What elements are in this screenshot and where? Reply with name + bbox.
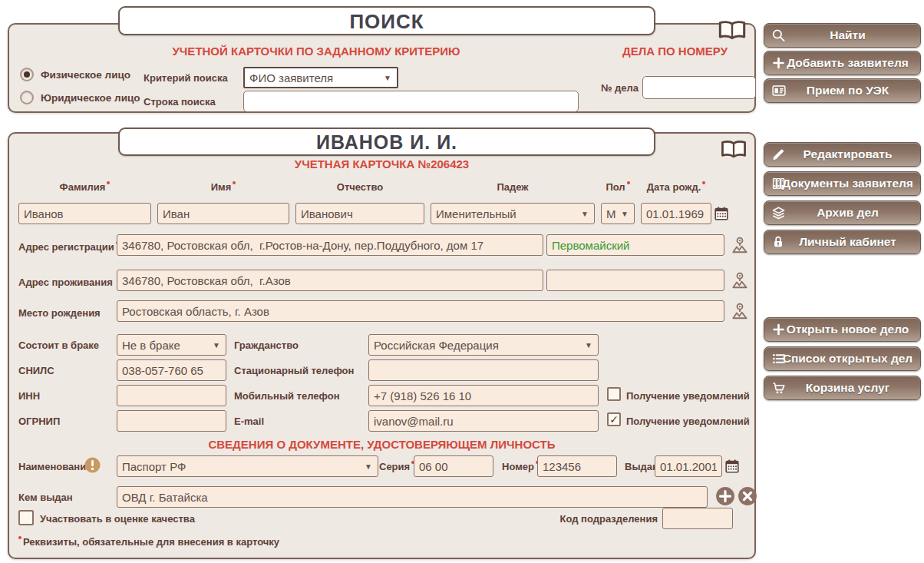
landline-input[interactable] <box>368 359 599 381</box>
card-title-text: ИВАНОВ И. И. <box>316 131 457 153</box>
calendar-icon[interactable] <box>724 458 741 475</box>
plus-icon <box>771 323 786 337</box>
doc-section-heading: СВЕДЕНИЯ О ДОКУМЕНТЕ, УДОСТОВЕРЯЮЩЕМ ЛИЧ… <box>9 438 754 451</box>
criteria-label: Критерий поиска <box>144 72 228 84</box>
snils-input[interactable] <box>117 359 226 381</box>
reg-address-input[interactable] <box>117 234 543 256</box>
birthdate-field <box>641 203 730 224</box>
citizenship-label: Гражданство <box>234 339 299 351</box>
criteria-select-value: ФИО заявителя <box>249 71 333 84</box>
gender-select[interactable]: М <box>601 203 635 224</box>
gram-case-label: Падеж <box>431 181 595 193</box>
search-title-text: ПОИСК <box>349 10 424 33</box>
marital-select[interactable]: Не в браке <box>117 334 226 356</box>
snils-label: СНИЛС <box>18 365 54 376</box>
map-pin-icon[interactable] <box>730 270 750 291</box>
birthdate-input[interactable] <box>641 203 711 224</box>
list-icon <box>771 352 786 366</box>
gender-label: Пол <box>601 181 635 193</box>
radio-legal-label: Юридическое лицо <box>41 92 140 104</box>
doc-issued-input[interactable] <box>655 455 722 477</box>
citizenship-select[interactable]: Российская Федерация <box>368 334 599 356</box>
book-icon[interactable] <box>714 19 750 44</box>
doc-name-select[interactable]: Паспорт РФ <box>117 455 378 477</box>
notify-mobile-checkbox[interactable] <box>607 387 621 401</box>
doc-issuer-input[interactable] <box>117 486 708 508</box>
services-cart-button[interactable]: Корзина услуг <box>764 376 921 400</box>
personal-account-button[interactable]: Личный кабинет <box>764 230 921 254</box>
reg-district-input[interactable] <box>546 234 724 256</box>
required-footnote: Реквизиты, обязательные для внесения в к… <box>18 536 279 548</box>
search-case-heading: ДЕЛА ПО НОМЕРУ <box>600 45 750 58</box>
firstname-input[interactable] <box>157 203 289 224</box>
warning-icon <box>84 456 101 474</box>
query-label: Строка поиска <box>144 96 216 108</box>
notify-mobile-label: Получение уведомлений <box>626 390 750 402</box>
doc-series-input[interactable] <box>414 455 493 477</box>
radio-selected-icon <box>20 68 34 81</box>
email-input[interactable] <box>368 410 599 432</box>
open-new-case-button[interactable]: Открыть новое дело <box>764 317 921 342</box>
page: ПОИСК УЧЕТНОЙ КАРТОЧКИ ПО ЗАДАННОМУ КРИТ… <box>0 0 924 563</box>
map-pin-icon[interactable] <box>730 234 750 256</box>
uec-card-icon <box>771 84 787 98</box>
applicant-documents-button[interactable]: Документы заявителя <box>764 171 921 196</box>
notify-email-checkbox[interactable]: ✓ <box>607 412 621 426</box>
radio-legal-entity[interactable]: Юридическое лицо <box>20 91 140 104</box>
ogrnip-label: ОГРНИП <box>18 416 60 427</box>
applicant-card-panel: ИВАНОВ И. И. УЧЕТНАЯ КАРТОЧКА №206423 Фа… <box>8 132 756 559</box>
birthdate-label: Дата рожд. <box>635 181 718 193</box>
add-document-icon[interactable] <box>715 486 735 506</box>
documents-icon <box>771 177 786 191</box>
edit-button[interactable]: Редактировать <box>764 142 921 167</box>
lock-icon <box>771 235 785 250</box>
map-pin-icon[interactable] <box>730 300 750 322</box>
radio-individual[interactable]: Физическое лицо <box>20 68 130 81</box>
doc-number-label: Номер <box>502 461 539 472</box>
surname-input[interactable] <box>18 203 151 224</box>
open-cases-list-button[interactable]: Список открытых дел <box>764 346 921 371</box>
unit-code-input[interactable] <box>662 508 733 529</box>
add-applicant-button[interactable]: Добавить заявителя <box>764 51 921 75</box>
doc-number-input[interactable] <box>537 455 617 477</box>
doc-name-value: Паспорт РФ <box>122 460 186 473</box>
birthplace-input[interactable] <box>117 300 724 322</box>
doc-series-label: Серия <box>379 461 414 472</box>
card-subtitle: УЧЕТНАЯ КАРТОЧКА №206423 <box>9 157 754 171</box>
ogrnip-input[interactable] <box>117 410 226 432</box>
search-icon <box>771 28 786 43</box>
doc-issuer-label: Кем выдан <box>18 492 73 503</box>
calendar-icon[interactable] <box>713 205 730 222</box>
marital-label: Состоит в браке <box>18 339 99 351</box>
gram-case-value: Именительный <box>436 207 516 220</box>
marital-value: Не в браке <box>122 339 180 352</box>
email-label: E-mail <box>234 416 264 427</box>
inn-input[interactable] <box>117 385 226 406</box>
search-criteria-heading: УЧЕТНОЙ КАРТОЧКИ ПО ЗАДАННОМУ КРИТЕРИЮ <box>124 45 508 58</box>
res-address-label: Адрес проживания <box>18 277 113 288</box>
surname-label: Фамилия <box>18 181 151 193</box>
case-number-input[interactable] <box>642 76 756 99</box>
delete-document-icon[interactable] <box>738 486 757 506</box>
card-panel-title: ИВАНОВ И. И. <box>118 128 655 156</box>
landline-label: Стационарный телефон <box>234 365 354 376</box>
criteria-select[interactable]: ФИО заявителя <box>243 67 398 88</box>
firstname-label: Имя <box>157 181 289 193</box>
uec-reception-button[interactable]: Прием по УЭК <box>764 78 921 103</box>
case-archive-button[interactable]: Архив дел <box>764 200 921 225</box>
res-district-input[interactable] <box>546 270 724 291</box>
patronymic-input[interactable] <box>295 203 424 224</box>
gram-case-select[interactable]: Именительный <box>431 203 595 224</box>
search-input[interactable] <box>243 91 579 112</box>
mobile-input[interactable] <box>368 385 599 406</box>
radio-individual-label: Физическое лицо <box>41 69 130 81</box>
doc-issued-label: Выдан <box>625 461 658 472</box>
quality-label: Участвовать в оценке качества <box>40 513 195 525</box>
book-icon[interactable] <box>718 139 750 162</box>
quality-checkbox[interactable] <box>18 510 34 525</box>
pencil-icon <box>771 147 786 162</box>
find-button[interactable]: Найти <box>764 23 921 48</box>
case-number-label: № дела <box>594 82 639 94</box>
res-address-input[interactable] <box>117 270 543 291</box>
notify-email-label: Получение уведомлений <box>626 416 750 427</box>
